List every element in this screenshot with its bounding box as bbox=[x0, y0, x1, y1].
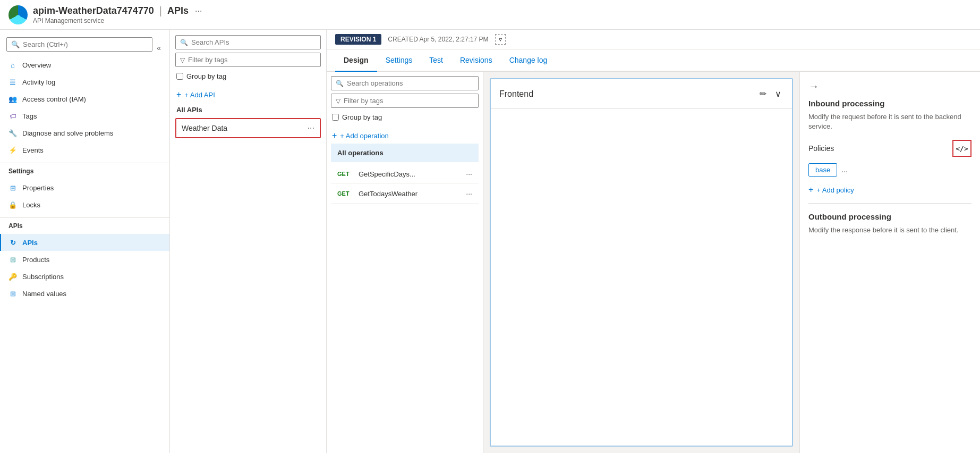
ops-search-box[interactable]: 🔍 bbox=[331, 76, 479, 90]
header-ellipsis-button[interactable]: ··· bbox=[192, 5, 205, 17]
sidebar-item-label: Diagnose and solve problems bbox=[22, 129, 113, 137]
add-api-link[interactable]: + + Add API bbox=[175, 87, 321, 103]
operation-item-1[interactable]: GET GetTodaysWeather ··· bbox=[331, 184, 479, 204]
processing-panel: → Inbound processing Modify the request … bbox=[799, 72, 980, 453]
api-item-dots[interactable]: ··· bbox=[308, 123, 314, 133]
sidebar-item-label: Subscriptions bbox=[22, 273, 64, 281]
sidebar-item-overview[interactable]: ⌂ Overview bbox=[0, 56, 169, 73]
tab-test[interactable]: Test bbox=[421, 49, 451, 72]
add-icon: + bbox=[332, 131, 337, 140]
sidebar-search-input[interactable] bbox=[23, 40, 148, 48]
api-icon: ↻ bbox=[8, 238, 17, 247]
sidebar-item-access-control[interactable]: 👥 Access control (IAM) bbox=[0, 90, 169, 107]
ops-filter-input[interactable] bbox=[344, 97, 474, 105]
add-operation-link[interactable]: + + Add operation bbox=[331, 128, 479, 144]
app-name: apim-WeatherData7474770 bbox=[33, 5, 154, 16]
sidebar-item-properties[interactable]: ⊞ Properties bbox=[0, 179, 169, 196]
base-dots[interactable]: ··· bbox=[841, 167, 848, 175]
tab-design[interactable]: Design bbox=[335, 49, 377, 72]
revision-meta: CREATED Apr 5, 2022, 2:27:17 PM bbox=[388, 36, 488, 43]
ops-group-by-tag-row: Group by tag bbox=[331, 111, 479, 123]
revision-dropdown-button[interactable]: ▿ bbox=[495, 34, 506, 45]
inbound-title: Inbound processing bbox=[808, 99, 972, 108]
main-layout: 🔍 « ⌂ Overview ☰ Activity log 👥 Access c… bbox=[0, 30, 980, 453]
base-chip[interactable]: base bbox=[808, 163, 837, 177]
sidebar-item-diagnose[interactable]: 🔧 Diagnose and solve problems bbox=[0, 124, 169, 141]
products-icon: ⊟ bbox=[8, 255, 17, 264]
ops-group-by-tag-checkbox[interactable] bbox=[332, 114, 339, 121]
sidebar-item-tags[interactable]: 🏷 Tags bbox=[0, 107, 169, 124]
frontend-actions: ✏ ∨ bbox=[757, 87, 783, 101]
apis-search-box[interactable]: 🔍 bbox=[175, 35, 321, 49]
policies-code-button[interactable]: </> bbox=[952, 140, 972, 157]
ops-filter-box[interactable]: ▽ bbox=[331, 94, 479, 108]
sidebar-item-events[interactable]: ⚡ Events bbox=[0, 141, 169, 158]
home-icon: ⌂ bbox=[8, 61, 17, 69]
sidebar-item-label: APIs bbox=[22, 239, 38, 247]
bolt-icon: ⚡ bbox=[8, 146, 17, 154]
properties-icon: ⊞ bbox=[8, 183, 17, 192]
sidebar-item-label: Products bbox=[22, 256, 49, 264]
op-name-0: GetSpecificDays... bbox=[359, 170, 462, 178]
arrow-row: → bbox=[808, 80, 972, 93]
sidebar-item-activity-log[interactable]: ☰ Activity log bbox=[0, 73, 169, 90]
tag-icon: 🏷 bbox=[8, 112, 17, 120]
op-dots-0[interactable]: ··· bbox=[466, 170, 472, 178]
subscriptions-icon: 🔑 bbox=[8, 272, 17, 281]
sidebar-collapse-button[interactable]: « bbox=[155, 41, 163, 54]
apis-filter-input[interactable] bbox=[188, 56, 316, 64]
filter-icon: ▽ bbox=[180, 56, 185, 64]
apis-search-input[interactable] bbox=[191, 38, 316, 46]
sidebar-item-named-values[interactable]: ⊞ Named values bbox=[0, 285, 169, 302]
all-apis-label: All APIs bbox=[175, 103, 321, 118]
api-item-weather-data[interactable]: Weather Data ··· bbox=[175, 118, 321, 138]
op-method-0: GET bbox=[337, 171, 354, 177]
apis-filter-box[interactable]: ▽ bbox=[175, 53, 321, 67]
outbound-description: Modify the response before it is sent to… bbox=[808, 225, 972, 235]
app-logo bbox=[8, 5, 28, 24]
all-operations-item[interactable]: All operations bbox=[331, 144, 479, 162]
sidebar-search-box[interactable]: 🔍 bbox=[6, 37, 152, 52]
ops-group-by-tag-label: Group by tag bbox=[342, 113, 382, 121]
add-policy-label: + Add policy bbox=[816, 186, 854, 194]
add-icon: + bbox=[176, 90, 181, 99]
revision-badge: REVISION 1 bbox=[335, 34, 381, 45]
tab-revisions[interactable]: Revisions bbox=[451, 49, 501, 72]
sidebar-item-label: Locks bbox=[22, 201, 40, 209]
add-operation-label: + Add operation bbox=[340, 132, 388, 140]
inbound-description: Modify the request before it is sent to … bbox=[808, 112, 972, 131]
apis-panel-inner: 🔍 ▽ Group by tag + + Add API All APIs We… bbox=[170, 30, 326, 146]
group-by-tag-checkbox[interactable] bbox=[176, 73, 183, 80]
op-dots-1[interactable]: ··· bbox=[466, 189, 472, 198]
wrench-icon: 🔧 bbox=[8, 129, 17, 137]
sidebar-item-subscriptions[interactable]: 🔑 Subscriptions bbox=[0, 268, 169, 285]
tab-settings[interactable]: Settings bbox=[377, 49, 421, 72]
content-area: REVISION 1 CREATED Apr 5, 2022, 2:27:17 … bbox=[327, 30, 980, 453]
api-item-name: Weather Data bbox=[182, 124, 227, 132]
operation-item-0[interactable]: GET GetSpecificDays... ··· bbox=[331, 164, 479, 184]
policies-label: Policies bbox=[808, 144, 834, 153]
ops-search-input[interactable] bbox=[347, 79, 474, 87]
sidebar-item-label: Overview bbox=[22, 61, 51, 69]
search-icon: 🔍 bbox=[180, 39, 188, 46]
named-values-icon: ⊞ bbox=[8, 289, 17, 298]
tab-changelog[interactable]: Change log bbox=[501, 49, 556, 72]
sidebar-item-locks[interactable]: 🔒 Locks bbox=[0, 196, 169, 213]
frontend-collapse-button[interactable]: ∨ bbox=[773, 87, 783, 101]
sidebar-item-label: Events bbox=[22, 146, 44, 154]
sidebar-item-label: Activity log bbox=[22, 78, 55, 86]
policies-row: Policies </> bbox=[808, 140, 972, 157]
header-text-group: apim-WeatherData7474770 | APIs ··· API M… bbox=[33, 5, 205, 24]
sidebar-item-apis[interactable]: ↻ APIs bbox=[0, 234, 169, 251]
add-policy-link[interactable]: + + Add policy bbox=[808, 185, 972, 195]
sidebar-item-label: Named values bbox=[22, 290, 66, 298]
add-api-label: + Add API bbox=[184, 91, 215, 99]
people-icon: 👥 bbox=[8, 95, 17, 103]
panel-divider bbox=[808, 203, 972, 204]
revision-bar: REVISION 1 CREATED Apr 5, 2022, 2:27:17 … bbox=[327, 30, 980, 49]
nav-section-main: ⌂ Overview ☰ Activity log 👥 Access contr… bbox=[0, 54, 169, 161]
frontend-title: Frontend bbox=[499, 89, 533, 99]
frontend-edit-button[interactable]: ✏ bbox=[757, 87, 769, 101]
nav-section-settings: ⊞ Properties 🔒 Locks bbox=[0, 177, 169, 215]
sidebar-item-products[interactable]: ⊟ Products bbox=[0, 251, 169, 268]
